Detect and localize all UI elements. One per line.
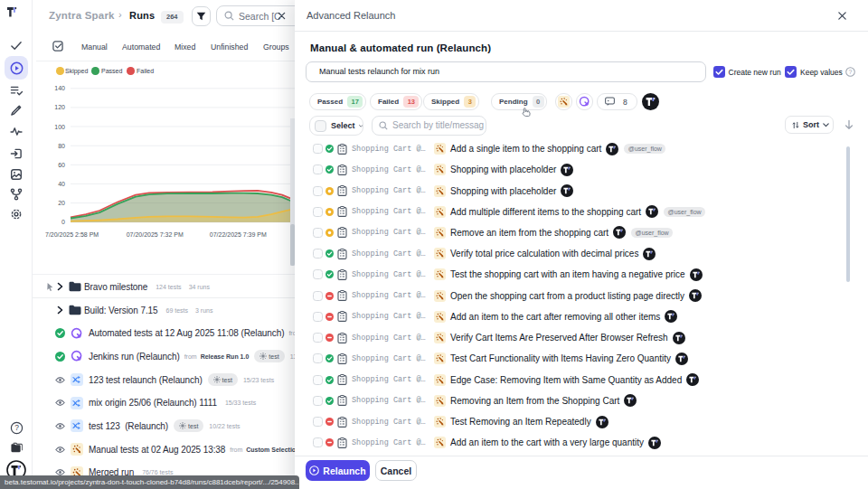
svg-text:140: 140: [54, 85, 65, 91]
svg-text:80: 80: [58, 143, 65, 149]
svg-text:07/20/2025 7:32 PM: 07/20/2025 7:32 PM: [127, 231, 184, 238]
svg-text:07/22/2025 7:39 PM: 07/22/2025 7:39 PM: [210, 231, 267, 238]
svg-text:?: ?: [14, 423, 19, 432]
svg-text:120: 120: [54, 104, 65, 110]
svg-text:100: 100: [54, 124, 65, 130]
svg-text:0: 0: [61, 219, 65, 225]
svg-text:40: 40: [58, 181, 65, 187]
svg-text:60: 60: [58, 162, 65, 168]
svg-text:20: 20: [58, 200, 65, 206]
svg-text:7/20/2025 2:58 PM: 7/20/2025 2:58 PM: [45, 231, 99, 238]
svg-text:?: ?: [849, 69, 853, 75]
